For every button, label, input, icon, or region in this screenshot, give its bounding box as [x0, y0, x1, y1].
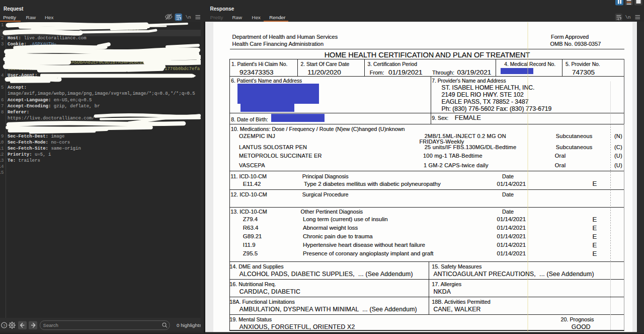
- svg-text:0 highlights: 0 highlights: [177, 322, 202, 328]
- svg-text:\n: \n: [625, 15, 631, 20]
- svg-text:?: ?: [3, 323, 6, 328]
- svg-text:Search: Search: [43, 322, 58, 328]
- svg-text:\n: \n: [186, 15, 191, 20]
